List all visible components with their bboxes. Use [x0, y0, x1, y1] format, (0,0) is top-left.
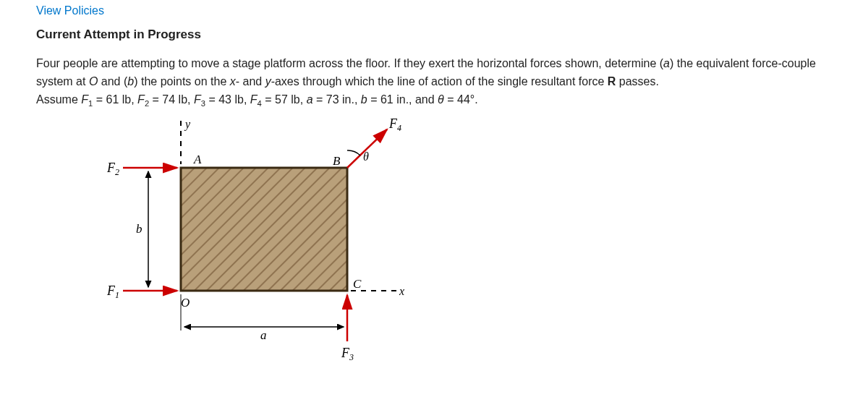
point-O: O	[181, 296, 190, 310]
svg-rect-2	[181, 168, 347, 291]
text: O	[89, 75, 98, 88]
b-dim-label: b	[136, 222, 142, 236]
point-B: B	[333, 154, 341, 168]
text: y	[265, 75, 271, 88]
text: in., and	[393, 93, 438, 106]
text: lb,	[288, 93, 307, 106]
text: R	[608, 75, 616, 88]
text: 74	[162, 93, 175, 106]
text: 43	[218, 93, 231, 106]
text: lb,	[175, 93, 194, 106]
text: and (	[98, 75, 127, 88]
problem-statement: Four people are attempting to move a sta…	[36, 55, 835, 110]
text: ) the points on the	[134, 75, 230, 88]
text: F	[250, 93, 258, 106]
text: Four people are attempting to move a sta…	[36, 57, 663, 69]
point-A: A	[193, 153, 202, 166]
text: =	[149, 93, 162, 106]
point-C: C	[353, 277, 362, 291]
text: 73	[326, 93, 339, 106]
text: -axes through which the line of action o…	[271, 75, 608, 88]
attempt-status: Current Attempt in Progress	[36, 27, 835, 42]
x-axis-label: x	[399, 285, 404, 297]
text: F	[137, 93, 145, 106]
text: F	[81, 93, 88, 106]
text: x	[230, 75, 236, 88]
text: 44	[457, 93, 470, 106]
view-policies-link[interactable]: View Policies	[36, 4, 104, 17]
F3-label: F3	[341, 346, 354, 362]
text: =	[367, 93, 380, 106]
text: lb,	[231, 93, 250, 106]
text: =	[262, 93, 275, 106]
text: =	[93, 93, 106, 106]
y-axis-label: y	[184, 118, 191, 131]
text: - and	[236, 75, 265, 88]
text: a	[663, 57, 670, 69]
text: a	[307, 93, 313, 106]
text: =	[205, 93, 218, 106]
text: b	[127, 75, 134, 88]
text: 57	[275, 93, 288, 106]
F1-label: F1	[106, 283, 119, 300]
F2-label: F2	[106, 161, 119, 177]
text: b	[361, 93, 367, 106]
text: lb,	[119, 93, 137, 106]
text: °.	[470, 93, 478, 106]
a-dim-label: a	[260, 328, 267, 342]
theta-label: θ	[363, 150, 369, 163]
text: in.,	[339, 93, 361, 106]
F4-label: F4	[388, 117, 401, 133]
text: passes.	[616, 75, 659, 88]
text: 61	[380, 93, 393, 106]
text: =	[444, 93, 457, 106]
text: Assume	[36, 93, 81, 106]
text: F	[194, 93, 201, 106]
text: =	[313, 93, 326, 106]
text: 61	[106, 93, 119, 106]
problem-diagram: y A x O C B F1 F2 F3 F4	[72, 117, 835, 380]
text: θ	[438, 93, 444, 106]
given-values: Assume F1 = 61 lb, F2 = 74 lb, F3 = 43 l…	[36, 93, 478, 106]
